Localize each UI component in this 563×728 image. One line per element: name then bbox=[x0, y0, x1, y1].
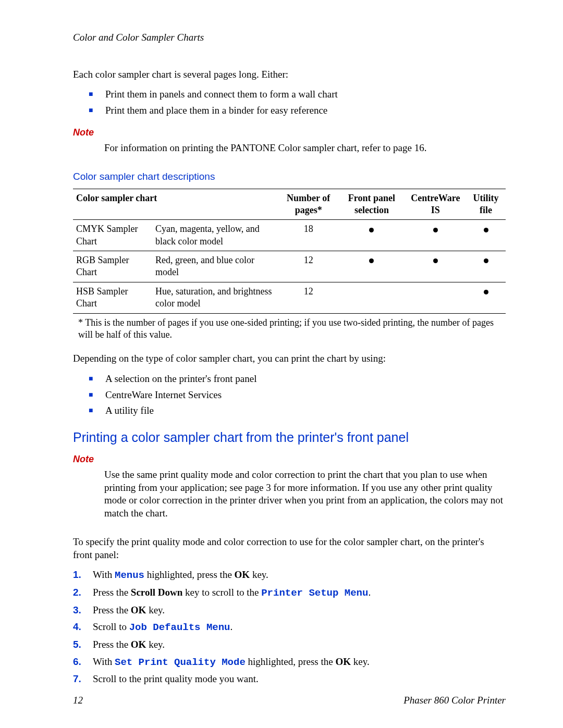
cell-name: RGB Sampler Chart bbox=[73, 251, 152, 282]
cell-cw bbox=[405, 282, 467, 313]
t: Press the bbox=[93, 604, 131, 615]
step-item: With Set Print Quality Mode highlighted,… bbox=[73, 656, 506, 669]
t: key to scroll to the bbox=[182, 587, 261, 598]
dot-icon bbox=[433, 258, 438, 263]
list-item: CentreWare Internet Services bbox=[73, 389, 506, 402]
cell-pages: 12 bbox=[278, 282, 338, 313]
depend-bullet-list: A selection on the printer's front panel… bbox=[73, 373, 506, 417]
table-heading: Color sampler chart descriptions bbox=[73, 170, 506, 183]
th-cw: CentreWare IS bbox=[405, 189, 467, 220]
depend-text: Depending on the type of color sampler c… bbox=[73, 352, 506, 365]
th-front: Front panel selection bbox=[338, 189, 405, 220]
cell-pages: 12 bbox=[278, 251, 338, 282]
list-item: Print them in panels and connect them to… bbox=[73, 88, 506, 101]
list-item: A selection on the printer's front panel bbox=[73, 373, 506, 386]
footer-title: Phaser 860 Color Printer bbox=[403, 694, 506, 707]
t: Scroll to bbox=[93, 621, 129, 632]
t: With bbox=[93, 569, 115, 580]
step-item: Press the OK key. bbox=[73, 604, 506, 617]
cell-util bbox=[466, 220, 506, 251]
page-number: 12 bbox=[73, 694, 83, 707]
intro-text: Each color sampler chart is several page… bbox=[73, 68, 506, 81]
menu-ref: Job Defaults Menu bbox=[129, 622, 230, 633]
cell-front bbox=[338, 251, 405, 282]
t: highlighted, press the bbox=[246, 656, 336, 667]
t: Scroll Down bbox=[131, 587, 182, 598]
t: OK bbox=[131, 604, 146, 615]
dot-icon bbox=[433, 228, 438, 232]
t: OK bbox=[335, 656, 351, 667]
t: key. bbox=[146, 604, 165, 615]
section-heading: Printing a color sampler chart from the … bbox=[73, 429, 506, 446]
note-label: Note bbox=[73, 453, 506, 465]
cell-cw bbox=[405, 251, 467, 282]
note-body: Use the same print quality mode and colo… bbox=[104, 468, 506, 520]
step-item: Press the Scroll Down key to scroll to t… bbox=[73, 586, 506, 600]
th-chart: Color sampler chart bbox=[73, 189, 278, 220]
dot-icon bbox=[369, 228, 374, 232]
running-head: Color and Color Sampler Charts bbox=[73, 31, 506, 44]
t: highlighted, press the bbox=[144, 569, 235, 580]
list-item: A utility file bbox=[73, 404, 506, 417]
t: OK bbox=[235, 569, 250, 580]
t: key. bbox=[146, 639, 165, 650]
step-item: Scroll to the print quality mode you wan… bbox=[73, 673, 506, 686]
intro-bullet-list: Print them in panels and connect them to… bbox=[73, 88, 506, 117]
table-row: HSB Sampler Chart Hue, saturation, and b… bbox=[73, 282, 506, 313]
specify-text: To specify the print quality mode and co… bbox=[73, 536, 506, 561]
cell-name: CMYK Sampler Chart bbox=[73, 220, 152, 251]
cell-front bbox=[338, 282, 405, 313]
t: key. bbox=[351, 656, 370, 667]
steps-list: With Menus highlighted, press the OK key… bbox=[73, 569, 506, 686]
dot-icon bbox=[484, 290, 488, 294]
list-item: Print them and place them in a binder fo… bbox=[73, 104, 506, 117]
table-row: CMYK Sampler Chart Cyan, magenta, yellow… bbox=[73, 220, 506, 251]
cell-util bbox=[466, 251, 506, 282]
t: key. bbox=[250, 569, 268, 580]
dot-icon bbox=[484, 228, 488, 232]
step-item: With Menus highlighted, press the OK key… bbox=[73, 569, 506, 582]
menu-ref: Menus bbox=[115, 570, 144, 581]
cell-util bbox=[466, 282, 506, 313]
page-footer: 12 Phaser 860 Color Printer bbox=[73, 694, 506, 707]
note-body: For information on printing the PANTONE … bbox=[104, 142, 506, 155]
document-page: Color and Color Sampler Charts Each colo… bbox=[0, 0, 563, 728]
t: With bbox=[93, 656, 115, 667]
note-label: Note bbox=[73, 127, 506, 139]
cell-name: HSB Sampler Chart bbox=[73, 282, 152, 313]
th-pages: Number of pages* bbox=[278, 189, 338, 220]
dot-icon bbox=[369, 258, 374, 263]
cell-front bbox=[338, 220, 405, 251]
menu-ref: Printer Setup Menu bbox=[261, 587, 368, 599]
t: OK bbox=[131, 639, 146, 650]
cell-desc: Hue, saturation, and brightness color mo… bbox=[152, 282, 278, 313]
table-row: RGB Sampler Chart Red, green, and blue c… bbox=[73, 251, 506, 282]
cell-pages: 18 bbox=[278, 220, 338, 251]
cell-cw bbox=[405, 220, 467, 251]
step-item: Scroll to Job Defaults Menu. bbox=[73, 621, 506, 634]
table-footnote: * This is the number of pages if you use… bbox=[78, 317, 506, 341]
t: Press the bbox=[93, 587, 131, 598]
sampler-table: Color sampler chart Number of pages* Fro… bbox=[73, 189, 506, 314]
t: . bbox=[368, 587, 371, 598]
t: Press the bbox=[93, 639, 131, 650]
cell-desc: Red, green, and blue color model bbox=[152, 251, 278, 282]
th-util: Utility file bbox=[466, 189, 506, 220]
menu-ref: Set Print Quality Mode bbox=[115, 657, 246, 668]
dot-icon bbox=[484, 258, 488, 263]
step-item: Press the OK key. bbox=[73, 638, 506, 651]
cell-desc: Cyan, magenta, yellow, and black color m… bbox=[152, 220, 278, 251]
t: . bbox=[230, 621, 233, 632]
